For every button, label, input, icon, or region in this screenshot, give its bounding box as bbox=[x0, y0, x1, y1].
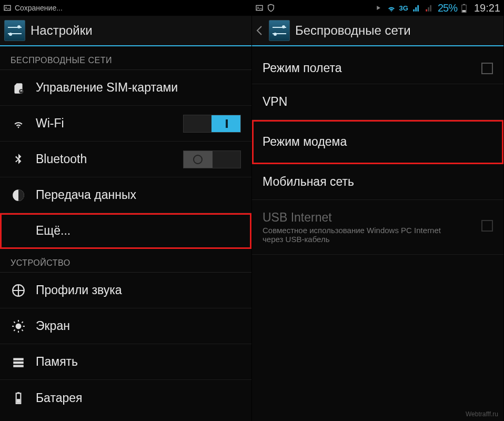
row-label: VPN bbox=[263, 95, 287, 109]
left-screenshot: Сохранение... Настройки БЕСПРОВОДНЫЕ СЕТ… bbox=[0, 0, 252, 421]
svg-line-11 bbox=[22, 329, 23, 330]
signal-icon-2 bbox=[425, 4, 434, 12]
page-title: Беспроводные сети bbox=[295, 23, 411, 38]
svg-rect-15 bbox=[13, 361, 24, 363]
back-icon[interactable] bbox=[256, 15, 264, 46]
bluetooth-icon bbox=[11, 153, 26, 166]
image-icon bbox=[3, 4, 12, 12]
row-audio[interactable]: Профили звука bbox=[0, 273, 251, 308]
svg-rect-14 bbox=[13, 358, 24, 360]
wifi-toggle[interactable] bbox=[183, 115, 241, 133]
row-data-usage[interactable]: Передача данных bbox=[0, 177, 251, 213]
svg-point-5 bbox=[16, 323, 22, 329]
svg-rect-19 bbox=[17, 399, 21, 403]
battery-icon bbox=[11, 391, 26, 405]
section-header-device: УСТРОЙСТВО bbox=[0, 249, 251, 273]
row-label: Ещё... bbox=[36, 224, 70, 238]
row-tethering[interactable]: Режим модема bbox=[252, 120, 503, 164]
row-vpn[interactable]: VPN bbox=[252, 84, 503, 120]
row-label: Управление SIM-картами bbox=[36, 81, 178, 95]
row-label: Wi-Fi bbox=[36, 116, 64, 131]
settings-app-icon bbox=[4, 20, 25, 41]
row-label: Передача данных bbox=[36, 188, 136, 202]
row-label: Батарея bbox=[36, 391, 83, 405]
row-more[interactable]: Ещё... bbox=[0, 213, 251, 249]
airplane-checkbox[interactable] bbox=[481, 63, 493, 74]
row-wifi[interactable]: Wi-Fi bbox=[0, 106, 251, 142]
row-label: Режим полета bbox=[263, 61, 342, 75]
status-bar: 3G 25% 19:21 bbox=[252, 0, 503, 16]
row-label: Профили звука bbox=[36, 283, 122, 297]
svg-rect-23 bbox=[463, 4, 465, 5]
shield-icon bbox=[267, 4, 275, 12]
vibrate-icon bbox=[374, 4, 382, 12]
bluetooth-toggle[interactable] bbox=[183, 151, 241, 168]
data-icon bbox=[11, 188, 26, 202]
svg-line-13 bbox=[22, 322, 23, 323]
svg-line-10 bbox=[14, 322, 15, 323]
row-label: Память bbox=[36, 355, 78, 369]
row-memory[interactable]: Память bbox=[0, 344, 251, 380]
svg-rect-16 bbox=[13, 365, 24, 367]
wifi-icon bbox=[11, 117, 26, 131]
audio-icon bbox=[11, 284, 26, 297]
row-mobile-network[interactable]: Мобильная сеть bbox=[252, 164, 503, 200]
row-label: Мобильная сеть bbox=[263, 175, 354, 189]
settings-list: БЕСПРОВОДНЫЕ СЕТИ Управление SIM-картами… bbox=[0, 46, 251, 421]
title-bar[interactable]: Беспроводные сети bbox=[252, 16, 503, 46]
page-title: Настройки bbox=[31, 23, 93, 38]
row-sublabel: Совместное использование Windows PC Inte… bbox=[263, 226, 441, 244]
svg-rect-20 bbox=[256, 5, 263, 10]
svg-rect-24 bbox=[462, 10, 466, 12]
storage-icon bbox=[11, 355, 26, 369]
row-label: Экран bbox=[36, 319, 70, 333]
svg-rect-18 bbox=[17, 392, 19, 393]
signal-icon-1 bbox=[412, 4, 421, 12]
section-header-wireless: БЕСПРОВОДНЫЕ СЕТИ bbox=[0, 46, 251, 70]
settings-app-icon bbox=[269, 20, 290, 41]
clock: 19:21 bbox=[474, 2, 500, 14]
battery-percent: 25% bbox=[438, 2, 457, 14]
display-icon bbox=[11, 319, 26, 333]
wireless-list: Режим полета VPN Режим модема Мобильная … bbox=[252, 46, 503, 421]
status-text: Сохранение... bbox=[15, 4, 63, 12]
battery-status-icon bbox=[461, 4, 470, 12]
row-usb-internet: USB Internet Совместное использование Wi… bbox=[252, 200, 503, 255]
sim-icon bbox=[11, 81, 26, 95]
row-label: USB Internet bbox=[263, 210, 472, 225]
row-battery[interactable]: Батарея bbox=[0, 380, 251, 416]
row-bluetooth[interactable]: Bluetooth bbox=[0, 142, 251, 177]
title-bar: Настройки bbox=[0, 16, 251, 46]
row-label: Режим модема bbox=[263, 135, 347, 149]
right-screenshot: 3G 25% 19:21 Беспроводные сети Режим пол… bbox=[252, 0, 504, 421]
usb-checkbox bbox=[481, 220, 493, 232]
svg-rect-0 bbox=[4, 5, 11, 10]
row-airplane-mode[interactable]: Режим полета bbox=[252, 46, 503, 84]
image-icon bbox=[255, 4, 264, 12]
row-label: Bluetooth bbox=[36, 152, 87, 166]
wifi-status-icon bbox=[387, 4, 395, 12]
row-sim-cards[interactable]: Управление SIM-картами bbox=[0, 70, 251, 106]
network-type: 3G bbox=[399, 4, 408, 12]
row-display[interactable]: Экран bbox=[0, 308, 251, 344]
svg-line-12 bbox=[14, 329, 15, 330]
status-bar: Сохранение... bbox=[0, 0, 251, 16]
watermark: Webtrafff.ru bbox=[466, 410, 498, 418]
